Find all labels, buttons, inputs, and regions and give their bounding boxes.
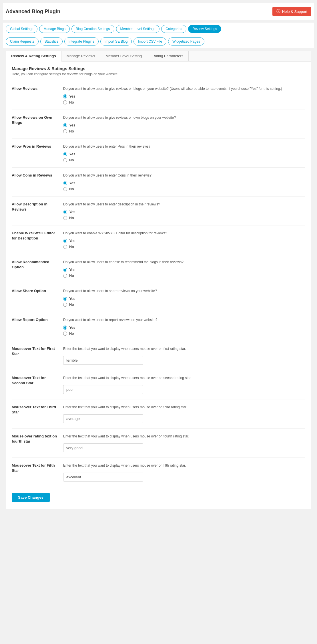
radio-input-allow-share-option-yes[interactable] <box>63 297 67 301</box>
help-support-button[interactable]: ⓘ Help & Support <box>272 7 311 16</box>
radio-input-enable-wysiwyg-editor-yes[interactable] <box>63 239 67 243</box>
tab-manage-reviews[interactable]: Manage Reviews <box>61 51 101 61</box>
section-desc: Here, you can configure settings for rev… <box>6 72 311 81</box>
radio-group-allow-recommended-option: YesNo <box>63 267 305 278</box>
radio-option-allow-share-option-yes[interactable]: Yes <box>63 296 305 301</box>
radio-input-allow-recommended-option-yes[interactable] <box>63 268 67 272</box>
setting-control-allow-share-option: Do you want to allow users to share revi… <box>63 288 305 307</box>
setting-row-allow-cons-in-reviews: Allow Cons in ReviewsDo you want to allo… <box>12 168 305 197</box>
nav-btn-import-csv-file[interactable]: Import CSV File <box>133 37 166 45</box>
text-input-mouseover-second-star[interactable] <box>63 385 143 394</box>
setting-desc-mouseover-first-star: Enter the text that you want to display … <box>63 346 305 351</box>
setting-desc-enable-wysiwyg-editor: Do you want to enable WYSIWYG Editor for… <box>63 231 305 236</box>
content-area: Review & Rating SettingsManage ReviewsMe… <box>6 51 311 509</box>
text-input-mouseover-fourth-star[interactable] <box>63 443 143 452</box>
radio-group-allow-report-option: YesNo <box>63 325 305 336</box>
radio-option-allow-pros-in-reviews-no[interactable]: No <box>63 158 305 162</box>
radio-option-allow-pros-in-reviews-yes[interactable]: Yes <box>63 152 305 156</box>
radio-option-allow-recommended-option-no[interactable]: No <box>63 274 305 278</box>
radio-input-allow-reviews-yes[interactable] <box>63 94 67 98</box>
radio-input-allow-cons-in-reviews-no[interactable] <box>63 187 67 191</box>
section-title: Manage Reviews & Ratings Settings <box>6 62 311 72</box>
radio-input-allow-description-in-reviews-yes[interactable] <box>63 210 67 214</box>
radio-label-text-allow-share-option-yes: Yes <box>69 296 75 301</box>
radio-option-allow-reviews-no[interactable]: No <box>63 100 305 104</box>
text-input-mouseover-third-star[interactable] <box>63 414 143 423</box>
nav-row-2: Claim RequestsStatisticsIntegrate Plugin… <box>3 35 314 48</box>
setting-desc-allow-cons-in-reviews: Do you want to allow users to enter Cons… <box>63 173 305 178</box>
tab-rating-parameters[interactable]: Rating Parameters <box>147 51 189 61</box>
radio-label-text-allow-reviews-no: No <box>69 100 74 104</box>
tab-member-level-setting[interactable]: Member Level Setting <box>100 51 147 61</box>
nav-btn-statistics[interactable]: Statistics <box>40 37 63 45</box>
setting-desc-allow-share-option: Do you want to allow users to share revi… <box>63 288 305 294</box>
setting-desc-allow-description-in-reviews: Do you want to allow users to enter desc… <box>63 202 305 207</box>
radio-option-enable-wysiwyg-editor-yes[interactable]: Yes <box>63 239 305 243</box>
setting-control-allow-description-in-reviews: Do you want to allow users to enter desc… <box>63 202 305 220</box>
radio-option-allow-description-in-reviews-no[interactable]: No <box>63 216 305 220</box>
setting-row-allow-report-option: Allow Report OptionDo you want to allow … <box>12 312 305 341</box>
radio-option-allow-reviews-yes[interactable]: Yes <box>63 94 305 98</box>
text-input-mouseover-fifth-star[interactable] <box>63 473 143 481</box>
radio-input-allow-cons-in-reviews-yes[interactable] <box>63 181 67 185</box>
radio-label-text-allow-recommended-option-no: No <box>69 274 74 278</box>
radio-input-allow-report-option-yes[interactable] <box>63 326 67 330</box>
radio-option-allow-share-option-no[interactable]: No <box>63 302 305 307</box>
setting-label-allow-description-in-reviews: Allow Description in Reviews <box>12 202 63 212</box>
nav-btn-blog-creation-settings[interactable]: Blog Creation Settings <box>71 25 114 33</box>
setting-row-allow-description-in-reviews: Allow Description in ReviewsDo you want … <box>12 197 305 225</box>
setting-row-allow-reviews: Allow ReviewsDo you want to allow users … <box>12 81 305 110</box>
setting-control-allow-pros-in-reviews: Do you want to allow users to enter Pros… <box>63 144 305 162</box>
nav-btn-import-se-blog[interactable]: Import SE Blog <box>100 37 132 45</box>
radio-label-text-allow-pros-in-reviews-yes: Yes <box>69 152 75 156</box>
setting-control-allow-reviews-own-blogs: Do you want to allow users to give revie… <box>63 115 305 133</box>
radio-option-allow-recommended-option-yes[interactable]: Yes <box>63 267 305 272</box>
nav-btn-member-level-settings[interactable]: Member Level Settings <box>116 25 160 33</box>
radio-input-allow-pros-in-reviews-no[interactable] <box>63 158 67 162</box>
nav-btn-global-settings[interactable]: Global Settings <box>6 25 37 33</box>
radio-option-enable-wysiwyg-editor-no[interactable]: No <box>63 245 305 249</box>
nav-btn-review-settings[interactable]: Review Settings <box>188 25 221 33</box>
radio-input-allow-recommended-option-no[interactable] <box>63 274 67 278</box>
setting-desc-mouseover-third-star: Enter the text that you want to display … <box>63 405 305 410</box>
setting-row-allow-reviews-own-blogs: Allow Reviews on Own BlogsDo you want to… <box>12 110 305 139</box>
nav-btn-claim-requests[interactable]: Claim Requests <box>6 37 39 45</box>
radio-input-allow-report-option-no[interactable] <box>63 332 67 336</box>
radio-option-allow-cons-in-reviews-no[interactable]: No <box>63 187 305 191</box>
radio-option-allow-report-option-no[interactable]: No <box>63 331 305 336</box>
radio-input-allow-pros-in-reviews-yes[interactable] <box>63 152 67 156</box>
radio-input-allow-reviews-own-blogs-yes[interactable] <box>63 123 67 127</box>
radio-input-allow-share-option-no[interactable] <box>63 303 67 307</box>
setting-desc-allow-reviews-own-blogs: Do you want to allow users to give revie… <box>63 115 305 120</box>
radio-label-text-allow-report-option-no: No <box>69 331 74 336</box>
text-input-mouseover-first-star[interactable] <box>63 356 143 365</box>
setting-label-allow-report-option: Allow Report Option <box>12 317 63 322</box>
nav-btn-manage-blogs[interactable]: Manage Blogs <box>39 25 70 33</box>
tab-review-rating-settings[interactable]: Review & Rating Settings <box>6 51 61 62</box>
setting-row-allow-pros-in-reviews: Allow Pros in ReviewsDo you want to allo… <box>12 139 305 168</box>
radio-label-text-allow-cons-in-reviews-no: No <box>69 187 74 191</box>
radio-group-enable-wysiwyg-editor: YesNo <box>63 239 305 249</box>
setting-control-mouseover-second-star: Enter the text that you want to display … <box>63 375 305 394</box>
save-changes-button[interactable]: Save Changes <box>12 493 50 502</box>
setting-row-mouseover-third-star: Mouseover Text for Third StarEnter the t… <box>12 399 305 429</box>
nav-btn-categories[interactable]: Categories <box>161 25 186 33</box>
page-wrapper: Advanced Blog Plugin ⓘ Help & Support Gl… <box>0 0 317 515</box>
radio-option-allow-reviews-own-blogs-yes[interactable]: Yes <box>63 123 305 127</box>
radio-group-allow-share-option: YesNo <box>63 296 305 307</box>
radio-option-allow-reviews-own-blogs-no[interactable]: No <box>63 129 305 133</box>
radio-input-allow-reviews-own-blogs-no[interactable] <box>63 129 67 133</box>
setting-row-mouseover-fourth-star: Mouse over rating text on fourth starEnt… <box>12 429 305 458</box>
setting-label-mouseover-second-star: Mouseover Text for Second Star <box>12 375 63 386</box>
setting-desc-allow-recommended-option: Do you want to allow users to choose to … <box>63 259 305 265</box>
radio-input-allow-reviews-no[interactable] <box>63 100 67 104</box>
radio-option-allow-description-in-reviews-yes[interactable]: Yes <box>63 210 305 214</box>
setting-label-allow-pros-in-reviews: Allow Pros in Reviews <box>12 144 63 149</box>
radio-input-allow-description-in-reviews-no[interactable] <box>63 216 67 220</box>
radio-option-allow-report-option-yes[interactable]: Yes <box>63 325 305 330</box>
nav-btn-widgetized-pages[interactable]: Widgetized Pages <box>168 37 204 45</box>
radio-group-allow-cons-in-reviews: YesNo <box>63 181 305 191</box>
radio-option-allow-cons-in-reviews-yes[interactable]: Yes <box>63 181 305 185</box>
nav-btn-integrate-plugins[interactable]: Integrate Plugins <box>64 37 99 45</box>
radio-input-enable-wysiwyg-editor-no[interactable] <box>63 245 67 249</box>
